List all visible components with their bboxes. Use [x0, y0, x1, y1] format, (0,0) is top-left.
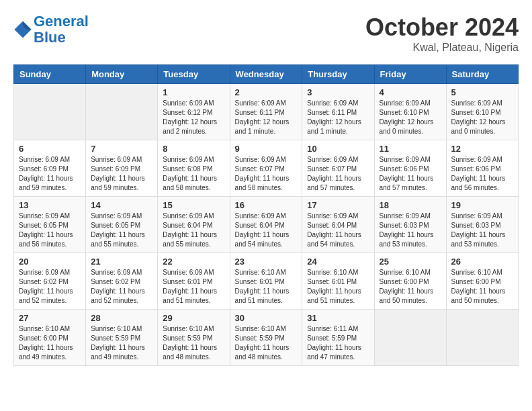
calendar-cell: 15Sunrise: 6:09 AM Sunset: 6:04 PM Dayli… — [158, 197, 230, 253]
calendar-cell — [86, 84, 158, 140]
day-info: Sunrise: 6:10 AM Sunset: 6:00 PM Dayligh… — [451, 268, 513, 306]
day-info: Sunrise: 6:10 AM Sunset: 6:01 PM Dayligh… — [235, 268, 298, 306]
calendar-cell: 18Sunrise: 6:09 AM Sunset: 6:03 PM Dayli… — [374, 197, 446, 253]
day-header: Friday — [374, 65, 446, 84]
day-info: Sunrise: 6:10 AM Sunset: 6:00 PM Dayligh… — [380, 268, 441, 306]
day-info: Sunrise: 6:09 AM Sunset: 6:12 PM Dayligh… — [163, 99, 224, 136]
day-number: 28 — [91, 313, 152, 323]
day-info: Sunrise: 6:10 AM Sunset: 6:00 PM Dayligh… — [19, 324, 81, 362]
calendar-cell: 16Sunrise: 6:09 AM Sunset: 6:04 PM Dayli… — [230, 197, 302, 253]
calendar-cell — [446, 310, 518, 366]
day-number: 30 — [235, 313, 298, 323]
day-number: 15 — [163, 200, 224, 210]
calendar-cell: 26Sunrise: 6:10 AM Sunset: 6:00 PM Dayli… — [446, 253, 518, 310]
day-info: Sunrise: 6:09 AM Sunset: 6:10 PM Dayligh… — [451, 99, 513, 136]
calendar-week-row: 13Sunrise: 6:09 AM Sunset: 6:05 PM Dayli… — [14, 197, 519, 253]
calendar-cell: 13Sunrise: 6:09 AM Sunset: 6:05 PM Dayli… — [14, 197, 86, 253]
day-number: 11 — [380, 144, 441, 154]
page-header: General Blue October 2024 Kwal, Plateau,… — [13, 13, 519, 54]
day-number: 29 — [163, 313, 224, 323]
day-number: 8 — [163, 144, 224, 154]
calendar-cell: 23Sunrise: 6:10 AM Sunset: 6:01 PM Dayli… — [230, 253, 302, 310]
day-number: 9 — [235, 144, 298, 154]
calendar-cell: 28Sunrise: 6:10 AM Sunset: 5:59 PM Dayli… — [86, 310, 158, 366]
day-number: 27 — [19, 313, 81, 323]
day-info: Sunrise: 6:09 AM Sunset: 6:11 PM Dayligh… — [307, 99, 369, 136]
day-header: Thursday — [302, 65, 374, 84]
day-info: Sunrise: 6:09 AM Sunset: 6:06 PM Dayligh… — [380, 155, 441, 193]
calendar-cell — [374, 310, 446, 366]
calendar-cell: 12Sunrise: 6:09 AM Sunset: 6:06 PM Dayli… — [446, 140, 518, 197]
day-header: Tuesday — [158, 65, 230, 84]
day-info: Sunrise: 6:09 AM Sunset: 6:04 PM Dayligh… — [163, 212, 224, 249]
day-info: Sunrise: 6:09 AM Sunset: 6:01 PM Dayligh… — [163, 268, 224, 306]
day-info: Sunrise: 6:09 AM Sunset: 6:02 PM Dayligh… — [91, 268, 152, 306]
day-info: Sunrise: 6:09 AM Sunset: 6:09 PM Dayligh… — [91, 155, 152, 193]
logo-text: General Blue — [34, 13, 89, 46]
day-number: 22 — [163, 257, 224, 267]
day-number: 2 — [235, 87, 298, 97]
day-header: Saturday — [446, 65, 518, 84]
day-info: Sunrise: 6:10 AM Sunset: 5:59 PM Dayligh… — [91, 324, 152, 362]
day-number: 7 — [91, 144, 152, 154]
logo: General Blue — [13, 13, 89, 46]
calendar-cell: 30Sunrise: 6:10 AM Sunset: 5:59 PM Dayli… — [230, 310, 302, 366]
calendar-cell: 6Sunrise: 6:09 AM Sunset: 6:09 PM Daylig… — [14, 140, 86, 197]
day-number: 31 — [307, 313, 369, 323]
calendar-cell: 24Sunrise: 6:10 AM Sunset: 6:01 PM Dayli… — [302, 253, 374, 310]
day-number: 4 — [380, 87, 441, 97]
calendar-week-row: 6Sunrise: 6:09 AM Sunset: 6:09 PM Daylig… — [14, 140, 519, 197]
calendar-cell: 5Sunrise: 6:09 AM Sunset: 6:10 PM Daylig… — [446, 84, 518, 140]
calendar-cell: 11Sunrise: 6:09 AM Sunset: 6:06 PM Dayli… — [374, 140, 446, 197]
day-info: Sunrise: 6:09 AM Sunset: 6:07 PM Dayligh… — [307, 155, 369, 193]
calendar-cell: 17Sunrise: 6:09 AM Sunset: 6:04 PM Dayli… — [302, 197, 374, 253]
day-number: 17 — [307, 200, 369, 210]
day-header: Monday — [86, 65, 158, 84]
calendar-cell: 3Sunrise: 6:09 AM Sunset: 6:11 PM Daylig… — [302, 84, 374, 140]
calendar-cell: 2Sunrise: 6:09 AM Sunset: 6:11 PM Daylig… — [230, 84, 302, 140]
calendar-cell: 19Sunrise: 6:09 AM Sunset: 6:03 PM Dayli… — [446, 197, 518, 253]
day-number: 25 — [380, 257, 441, 267]
calendar-cell: 20Sunrise: 6:09 AM Sunset: 6:02 PM Dayli… — [14, 253, 86, 310]
day-number: 23 — [235, 257, 298, 267]
day-info: Sunrise: 6:09 AM Sunset: 6:04 PM Dayligh… — [235, 212, 298, 249]
day-number: 24 — [307, 257, 369, 267]
calendar-cell: 14Sunrise: 6:09 AM Sunset: 6:05 PM Dayli… — [86, 197, 158, 253]
day-number: 10 — [307, 144, 369, 154]
day-info: Sunrise: 6:09 AM Sunset: 6:10 PM Dayligh… — [380, 99, 441, 136]
calendar-week-row: 20Sunrise: 6:09 AM Sunset: 6:02 PM Dayli… — [14, 253, 519, 310]
day-number: 12 — [451, 144, 513, 154]
month-title: October 2024 — [365, 13, 519, 42]
day-info: Sunrise: 6:09 AM Sunset: 6:05 PM Dayligh… — [91, 212, 152, 249]
day-number: 6 — [19, 144, 81, 154]
calendar-cell: 31Sunrise: 6:11 AM Sunset: 5:59 PM Dayli… — [302, 310, 374, 366]
day-number: 14 — [91, 200, 152, 210]
day-info: Sunrise: 6:09 AM Sunset: 6:03 PM Dayligh… — [451, 212, 513, 249]
calendar-cell: 21Sunrise: 6:09 AM Sunset: 6:02 PM Dayli… — [86, 253, 158, 310]
location: Kwal, Plateau, Nigeria — [365, 42, 519, 54]
day-number: 26 — [451, 257, 513, 267]
day-info: Sunrise: 6:10 AM Sunset: 6:01 PM Dayligh… — [307, 268, 369, 306]
calendar-cell: 7Sunrise: 6:09 AM Sunset: 6:09 PM Daylig… — [86, 140, 158, 197]
day-number: 13 — [19, 200, 81, 210]
calendar-cell: 25Sunrise: 6:10 AM Sunset: 6:00 PM Dayli… — [374, 253, 446, 310]
calendar-header-row: SundayMondayTuesdayWednesdayThursdayFrid… — [14, 65, 519, 84]
calendar-week-row: 27Sunrise: 6:10 AM Sunset: 6:00 PM Dayli… — [14, 310, 519, 366]
day-info: Sunrise: 6:09 AM Sunset: 6:06 PM Dayligh… — [451, 155, 513, 193]
day-info: Sunrise: 6:09 AM Sunset: 6:04 PM Dayligh… — [307, 212, 369, 249]
day-info: Sunrise: 6:09 AM Sunset: 6:07 PM Dayligh… — [235, 155, 298, 193]
day-info: Sunrise: 6:11 AM Sunset: 5:59 PM Dayligh… — [307, 324, 369, 362]
calendar-week-row: 1Sunrise: 6:09 AM Sunset: 6:12 PM Daylig… — [14, 84, 519, 140]
day-info: Sunrise: 6:09 AM Sunset: 6:09 PM Dayligh… — [19, 155, 81, 193]
day-number: 19 — [451, 200, 513, 210]
day-number: 16 — [235, 200, 298, 210]
day-header: Wednesday — [230, 65, 302, 84]
day-info: Sunrise: 6:09 AM Sunset: 6:05 PM Dayligh… — [19, 212, 81, 249]
day-info: Sunrise: 6:09 AM Sunset: 6:08 PM Dayligh… — [163, 155, 224, 193]
day-number: 21 — [91, 257, 152, 267]
day-info: Sunrise: 6:10 AM Sunset: 5:59 PM Dayligh… — [163, 324, 224, 362]
calendar-cell: 1Sunrise: 6:09 AM Sunset: 6:12 PM Daylig… — [158, 84, 230, 140]
day-number: 18 — [380, 200, 441, 210]
calendar-cell: 10Sunrise: 6:09 AM Sunset: 6:07 PM Dayli… — [302, 140, 374, 197]
day-number: 5 — [451, 87, 513, 97]
